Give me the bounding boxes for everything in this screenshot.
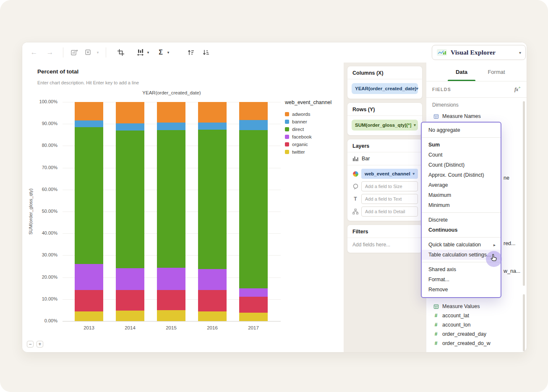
field-item-order-created-do-w[interactable]: #order_created_do_w	[426, 339, 527, 348]
chart-description-placeholder[interactable]: Enter chart description. Hit Enter key t…	[37, 80, 139, 85]
y-tick-label: 0.00%	[22, 318, 57, 323]
detail-drop-zone[interactable]: Add a field to Detail	[361, 206, 418, 217]
tab-data[interactable]: Data	[445, 63, 478, 81]
menu-separator	[422, 237, 501, 238]
bar-segment-direct-2013[interactable]	[75, 127, 103, 264]
bar-segment-adwords-2014[interactable]	[116, 102, 144, 123]
color-field-pill[interactable]: web_event_channel ▾	[361, 169, 418, 179]
bar-segment-facebook-2017[interactable]	[239, 288, 268, 297]
bar-segment-adwords-2013[interactable]	[75, 102, 103, 120]
bar-segment-twitter-2017[interactable]	[239, 313, 268, 321]
field-item-order-created-day[interactable]: #order_created_day	[426, 329, 527, 339]
menu-item-average[interactable]: Average	[422, 180, 501, 190]
menu-item-discrete[interactable]: Discrete	[422, 215, 501, 225]
field-item-measure-names[interactable]: Measure Names	[426, 111, 527, 121]
toolbar-divider	[106, 47, 106, 57]
bar-segment-banner-2016[interactable]	[198, 123, 227, 130]
bar-segment-organic-2016[interactable]	[198, 290, 227, 311]
bar-segment-facebook-2014[interactable]	[116, 268, 144, 290]
menu-separator	[422, 137, 501, 138]
legend-swatch-facebook	[285, 135, 289, 139]
menu-item-label: Average	[428, 182, 448, 188]
zoom-in-button[interactable]: +	[37, 341, 43, 348]
menu-item-label: No aggregate	[428, 127, 460, 133]
legend-item-facebook[interactable]: facebook	[285, 133, 343, 141]
aggregate-dropdown[interactable]: ▾	[165, 42, 172, 63]
chevron-down-icon: ▾	[412, 172, 415, 176]
menu-item-approx-count-distinct[interactable]: Approx. Count (Distinct)	[422, 170, 501, 180]
menu-item-minimum[interactable]: Minimum	[422, 200, 501, 210]
swap-axes-dropdown[interactable]: ▾	[145, 42, 151, 63]
app-switcher-button[interactable]: Visual Explorer ▾	[432, 45, 526, 60]
menu-item-no-aggregate[interactable]: No aggregate	[422, 125, 501, 135]
bar-segment-direct-2016[interactable]	[198, 130, 227, 269]
bar-segment-adwords-2015[interactable]	[157, 102, 185, 123]
chart-title[interactable]: Percent of total	[37, 68, 78, 75]
y-tick-label: 100.00%	[22, 99, 57, 104]
bar-segment-adwords-2016[interactable]	[198, 102, 227, 123]
menu-item-format[interactable]: Format...	[422, 274, 501, 285]
bar-segment-twitter-2015[interactable]	[157, 310, 185, 321]
text-shelf-row: T Add a field to Text	[352, 194, 418, 204]
layer-bar-row[interactable]: Bar	[347, 152, 422, 165]
menu-item-quick-table-calculation[interactable]: Quick table calculation▸	[422, 240, 501, 250]
swap-axes-icon	[137, 49, 144, 56]
clear-chart-button[interactable]	[83, 42, 94, 63]
measures-scrollbar[interactable]	[523, 294, 525, 351]
filters-drop-zone[interactable]: Add fields here...	[347, 238, 422, 253]
menu-item-count-distinct[interactable]: Count (Distinct)	[422, 160, 501, 170]
bar-segment-banner-2015[interactable]	[157, 123, 185, 130]
sort-ascending-button[interactable]	[185, 42, 197, 63]
menu-separator	[422, 212, 501, 213]
field-item-measure-values[interactable]: Measure Values	[426, 302, 527, 311]
bar-segment-facebook-2013[interactable]	[75, 264, 103, 290]
menu-item-remove[interactable]: Remove	[422, 285, 501, 295]
field-item-account-lon[interactable]: #account_lon	[426, 320, 527, 329]
bar-segment-twitter-2013[interactable]	[75, 311, 103, 321]
sort-descending-button[interactable]	[200, 42, 212, 63]
bar-segment-organic-2015[interactable]	[157, 290, 185, 311]
legend-item-organic[interactable]: organic	[285, 141, 343, 148]
text-drop-zone[interactable]: Add a field to Text	[361, 194, 418, 204]
menu-item-shared-axis[interactable]: Shared axis	[422, 264, 501, 274]
forward-button[interactable]: →	[44, 42, 56, 63]
x-tick-label: 2016	[196, 325, 229, 330]
menu-item-label: Count (Distinct)	[428, 162, 464, 168]
menu-item-maximum[interactable]: Maximum	[422, 190, 501, 200]
menu-item-sum[interactable]: Sum	[422, 140, 501, 150]
bar-segment-organic-2013[interactable]	[75, 290, 103, 311]
bar-segment-banner-2017[interactable]	[239, 120, 268, 130]
clear-chart-dropdown[interactable]: ▾	[94, 42, 101, 63]
back-button[interactable]: ←	[28, 42, 40, 63]
menu-item-label: Continuous	[428, 227, 457, 233]
size-drop-zone[interactable]: Add a field to Size	[361, 181, 418, 191]
rows-pill[interactable]: SUM(order_gloss_qty) [*] ▾	[352, 120, 418, 131]
bar-segment-banner-2013[interactable]	[75, 120, 103, 127]
bar-segment-direct-2014[interactable]	[116, 131, 144, 268]
bar-segment-direct-2015[interactable]	[157, 130, 185, 268]
tab-format[interactable]: Format	[480, 63, 513, 81]
menu-item-count[interactable]: Count	[422, 150, 501, 160]
bar-segment-organic-2017[interactable]	[239, 297, 268, 313]
field-item-account-lat[interactable]: #account_lat	[426, 311, 527, 320]
bar-segment-twitter-2016[interactable]	[198, 311, 227, 321]
crop-button[interactable]	[115, 42, 127, 63]
menu-item-continuous[interactable]: Continuous	[422, 225, 501, 235]
bar-segment-organic-2014[interactable]	[116, 290, 144, 311]
zoom-out-button[interactable]: −	[27, 341, 34, 348]
rows-shelf: Rows (Y) SUM(order_gloss_qty) [*] ▾	[347, 102, 423, 136]
bar-segment-adwords-2017[interactable]	[239, 102, 268, 120]
bar-segment-banner-2014[interactable]	[116, 123, 144, 131]
add-calculated-field-button[interactable]: fx+	[514, 85, 521, 93]
bar-segment-facebook-2015[interactable]	[157, 268, 185, 290]
bar-segment-facebook-2016[interactable]	[198, 269, 227, 290]
bar-segment-direct-2017[interactable]	[239, 130, 268, 288]
legend-item-direct[interactable]: direct	[285, 125, 343, 133]
legend-item-twitter[interactable]: twitter	[285, 148, 343, 156]
legend-item-banner[interactable]: banner	[285, 118, 343, 125]
duplicate-chart-button[interactable]	[68, 42, 80, 63]
bar-segment-twitter-2014[interactable]	[116, 311, 144, 321]
legend-item-adwords[interactable]: adwords	[285, 110, 343, 118]
fields-scrollbar[interactable]	[523, 101, 525, 286]
columns-pill[interactable]: YEAR(order_created_date) ▾	[352, 83, 418, 94]
